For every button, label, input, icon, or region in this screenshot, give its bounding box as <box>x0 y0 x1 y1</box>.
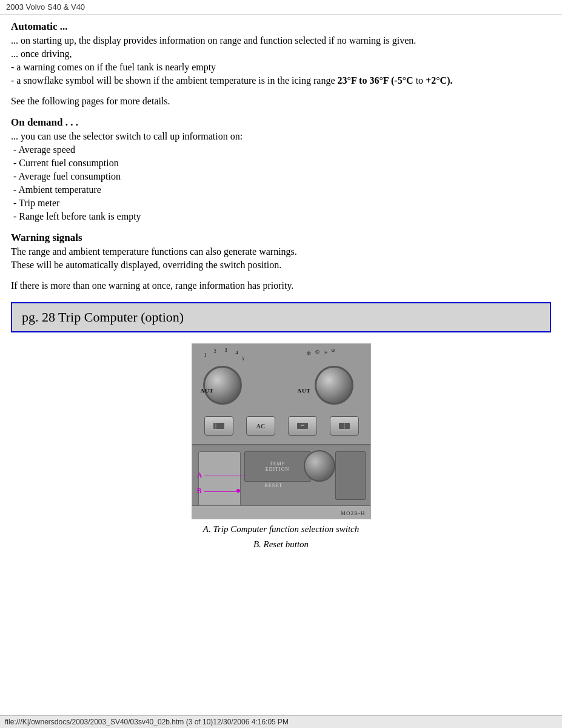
top-bar-title: 2003 Volvo S40 & V40 <box>6 2 85 12</box>
list-item: - Average speed <box>13 144 551 155</box>
on-demand-intro: ... you can use the selector switch to c… <box>11 131 551 142</box>
page-banner-text: pg. 28 Trip Computer (option) <box>22 309 184 325</box>
on-demand-section: On demand . . . ... you can use the sele… <box>11 116 551 222</box>
see-more-text: See the following pages for more details… <box>11 96 551 107</box>
list-item: - Current fuel consumption <box>13 158 551 169</box>
ctrl-btn-3[interactable] <box>288 416 317 436</box>
buttons-row: AC <box>198 416 366 436</box>
annotation-a: A <box>197 471 202 480</box>
list-item: - Range left before tank is empty <box>13 211 551 222</box>
image-caption-b: B. Reset button <box>253 539 309 550</box>
aut-label-left: AUT <box>201 388 214 394</box>
auto-line4-prefix: - a snowflake symbol will be shown if th… <box>11 75 338 86</box>
right-knob[interactable] <box>315 366 353 405</box>
panel-top: 1 2 3 4 5 ◎ ⊙ AUT AUT ❄ ☀ <box>192 344 371 444</box>
ctrl-btn-2[interactable]: AC <box>246 416 275 436</box>
top-bar: 2003 Volvo S40 & V40 <box>0 0 562 15</box>
list-item: - Ambient temperature <box>13 184 551 195</box>
auto-line3: - a warning comes on if the fuel tank is… <box>11 62 551 73</box>
bottom-strip: MO2B-H <box>192 505 371 519</box>
automatic-section: Automatic ... ... on starting up, the di… <box>11 21 551 86</box>
list-item: - Trip meter <box>13 198 551 209</box>
priority-section: If there is more than one warning at onc… <box>11 280 551 291</box>
auto-line2: ... once driving, <box>11 49 551 59</box>
status-bar-text: file:///K|/ownersdocs/2003/2003_SV40/03s… <box>5 718 289 726</box>
bottom-strip-text: MO2B-H <box>341 510 366 516</box>
priority-note: If there is more than one warning at onc… <box>11 280 551 291</box>
warning-heading: Warning signals <box>11 232 551 244</box>
dot-b <box>236 489 240 493</box>
ctrl-btn-1[interactable] <box>204 416 233 436</box>
see-more-section: See the following pages for more details… <box>11 96 551 107</box>
display-top-text: TEMP <box>266 461 289 467</box>
list-item: - Average fuel consumption <box>13 171 551 182</box>
line-b <box>204 491 238 492</box>
warning-section: Warning signals The range and ambient te… <box>11 232 551 271</box>
right-area <box>335 451 366 500</box>
auto-line4-suffix: to <box>413 75 426 86</box>
selector-area[interactable] <box>198 451 241 506</box>
auto-line4-bold1: 23°F to 36°F (-5°C <box>338 75 413 86</box>
auto-line4: - a snowflake symbol will be shown if th… <box>11 75 551 86</box>
line-a <box>204 476 246 476</box>
display-bottom-text: EDITION <box>266 467 289 472</box>
svg-rect-0 <box>213 423 224 429</box>
automatic-heading: Automatic ... <box>11 21 551 33</box>
page-banner: pg. 28 Trip Computer (option) <box>11 302 551 332</box>
climate-panel-image: 1 2 3 4 5 ◎ ⊙ AUT AUT ❄ ☀ <box>192 343 371 519</box>
annotation-b: B <box>197 487 202 496</box>
aut-label-right: AUT <box>297 388 310 394</box>
main-content: Automatic ... ... on starting up, the di… <box>0 15 562 562</box>
dial-knob[interactable] <box>304 450 335 482</box>
auto-line4-bold2: +2°C). <box>426 75 452 86</box>
reset-label: RESET <box>265 483 283 488</box>
ctrl-btn-4[interactable] <box>330 416 359 436</box>
panel-bottom: TEMP EDITION RESET A B <box>192 444 371 519</box>
status-bar: file:///K|/ownersdocs/2003/2003_SV40/03s… <box>0 715 562 728</box>
display-area: TEMP EDITION <box>244 451 311 482</box>
on-demand-heading: On demand . . . <box>11 116 551 129</box>
left-knob[interactable] <box>203 366 242 405</box>
image-section: 1 2 3 4 5 ◎ ⊙ AUT AUT ❄ ☀ <box>11 343 551 550</box>
warning-line1: The range and ambient temperature functi… <box>11 246 551 257</box>
auto-line1: ... on starting up, the display provides… <box>11 35 551 46</box>
image-caption-a: A. Trip Computer function selection swit… <box>203 524 360 534</box>
warning-line2: These will be automatically displayed, o… <box>11 260 551 271</box>
